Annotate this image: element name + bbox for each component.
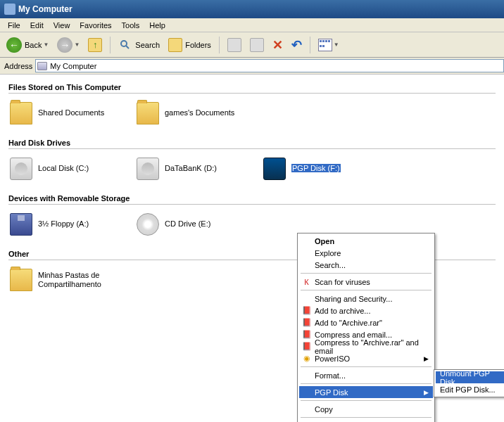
chevron-down-icon: ▼	[334, 41, 339, 48]
menu-help[interactable]: Help	[144, 20, 170, 31]
delete-icon: ✕	[272, 37, 283, 53]
ctx-add-rar[interactable]: 📕Add to "Archive.rar"	[299, 316, 433, 328]
archive-icon: 📕	[301, 329, 312, 340]
ctx-add-archive[interactable]: 📕Add to archive...	[299, 305, 433, 316]
harddisk-icon	[10, 158, 32, 180]
search-icon	[118, 38, 132, 52]
item-minhas-pastas[interactable]: Minhas Pastas de Compartilhamento	[8, 267, 135, 293]
item-label: DaTaBanK (D:)	[165, 164, 217, 173]
address-field[interactable]: My Computer	[35, 59, 504, 72]
separator	[301, 273, 431, 274]
window-title: My Computer	[18, 4, 73, 14]
address-bar: Address My Computer	[0, 58, 504, 75]
ctx-compress-rar-email[interactable]: 📕Compress to "Archive.rar" and email	[299, 340, 433, 352]
submenu-arrow-icon: ▶	[424, 355, 429, 362]
folder-icon	[10, 102, 32, 124]
poweriso-icon: ◉	[301, 353, 312, 364]
separator	[110, 37, 111, 53]
copyto-icon	[250, 38, 264, 52]
views-button[interactable]: ▼	[315, 35, 343, 55]
item-label: Minhas Pastas de Compartilhamento	[38, 271, 115, 289]
sub-unmount[interactable]: Unmount PGP Disk...	[436, 371, 504, 383]
ctx-open[interactable]: Open	[299, 235, 433, 247]
titlebar: My Computer	[0, 0, 504, 18]
section-hard-disks: Hard Disk Drives	[8, 139, 496, 149]
back-button[interactable]: ←Back▼	[3, 35, 52, 55]
item-label: CD Drive (E:)	[165, 219, 210, 229]
sub-edit[interactable]: Edit PGP Disk...	[436, 383, 504, 395]
menu-favorites[interactable]: Favorites	[75, 20, 116, 31]
menu-view[interactable]: View	[49, 20, 75, 31]
menu-edit[interactable]: Edit	[25, 20, 49, 31]
ctx-explore[interactable]: Explore	[299, 247, 433, 259]
floppy-icon	[10, 213, 32, 236]
item-games-documents[interactable]: games's Documents	[135, 101, 262, 126]
content-area: Files Stored on This Computer Shared Doc…	[0, 75, 504, 422]
item-databank-d[interactable]: DaTaBanK (D:)	[135, 156, 262, 181]
ctx-search[interactable]: Search...	[299, 259, 433, 271]
svg-point-0	[121, 41, 127, 46]
section-files-stored: Files Stored on This Computer	[8, 83, 496, 94]
antivirus-icon: К	[301, 276, 312, 287]
undo-icon: ↶	[291, 37, 302, 53]
ctx-scan-viruses[interactable]: КScan for viruses	[299, 276, 433, 288]
forward-arrow-icon: →	[57, 37, 73, 53]
archive-icon: 📕	[301, 317, 312, 328]
toolbar: ←Back▼ →▼ ↑ Search Folders ✕ ↶ ▼	[0, 32, 504, 58]
svg-line-1	[126, 46, 129, 49]
ctx-sharing[interactable]: Sharing and Security...	[299, 293, 433, 305]
folder-up-icon: ↑	[88, 38, 102, 52]
copyto-button[interactable]	[246, 35, 267, 55]
ctx-format[interactable]: Format...	[299, 369, 433, 381]
folders-icon	[168, 38, 182, 52]
item-label: PGP Disk (F:)	[291, 164, 341, 172]
menubar: File Edit View Favorites Tools Help	[0, 18, 504, 32]
separator	[219, 37, 220, 53]
menu-tools[interactable]: Tools	[117, 20, 145, 31]
menu-file[interactable]: File	[3, 20, 25, 31]
address-label: Address	[4, 62, 32, 70]
item-pgp-disk-f[interactable]: PGP Disk (F:)	[262, 156, 389, 181]
address-value: My Computer	[50, 62, 96, 70]
ctx-pgp-disk[interactable]: PGP Disk▶	[299, 386, 433, 398]
delete-button[interactable]: ✕	[269, 35, 286, 55]
section-removable: Devices with Removable Storage	[8, 194, 496, 205]
search-button[interactable]: Search	[115, 35, 163, 55]
separator	[301, 400, 431, 401]
up-button[interactable]: ↑	[84, 35, 106, 55]
item-label: 3½ Floppy (A:)	[38, 219, 89, 229]
back-arrow-icon: ←	[6, 37, 22, 53]
moveto-icon	[227, 38, 241, 52]
item-cd-drive-e[interactable]: CD Drive (E:)	[135, 212, 262, 237]
cd-icon	[137, 213, 159, 236]
chevron-down-icon: ▼	[43, 41, 49, 48]
ctx-copy[interactable]: Copy	[299, 403, 433, 415]
item-label: games's Documents	[165, 108, 234, 117]
mycomputer-icon	[4, 4, 15, 15]
item-shared-documents[interactable]: Shared Documents	[8, 101, 135, 126]
context-menu: Open Explore Search... КScan for viruses…	[297, 233, 435, 422]
folder-icon	[137, 102, 159, 124]
item-label: Local Disk (C:)	[38, 164, 89, 173]
views-icon	[318, 39, 332, 51]
folder-shared-icon	[10, 269, 32, 291]
forward-button[interactable]: →▼	[53, 35, 83, 55]
undo-button[interactable]: ↶	[288, 35, 305, 55]
submenu-arrow-icon: ▶	[424, 389, 429, 396]
item-label: Shared Documents	[38, 108, 104, 117]
separator	[301, 290, 431, 290]
separator	[301, 366, 431, 367]
item-floppy-a[interactable]: 3½ Floppy (A:)	[8, 212, 135, 237]
archive-icon: 📕	[301, 305, 312, 316]
harddisk-icon	[137, 158, 159, 180]
item-local-disk-c[interactable]: Local Disk (C:)	[8, 156, 135, 181]
moveto-button[interactable]	[224, 35, 245, 55]
ctx-poweriso[interactable]: ◉PowerISO▶	[299, 352, 433, 364]
separator	[301, 383, 431, 384]
folders-button[interactable]: Folders	[165, 35, 215, 55]
separator	[301, 417, 431, 418]
separator	[310, 37, 310, 53]
chevron-down-icon: ▼	[74, 41, 80, 48]
pgpdisk-icon	[263, 158, 286, 180]
archive-icon: 📕	[301, 341, 312, 352]
